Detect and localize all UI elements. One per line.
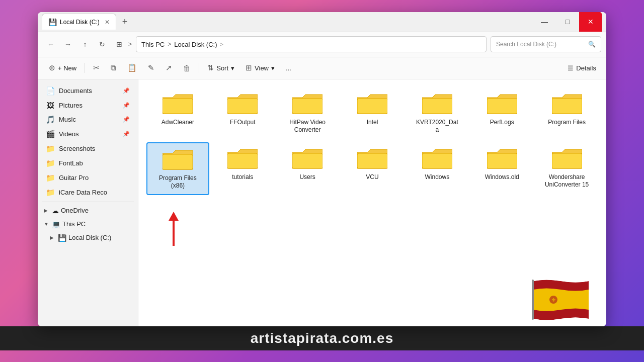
folder-kvrt[interactable]: KVRT2020_Data xyxy=(406,87,468,138)
copy-icon: ⧉ xyxy=(111,63,116,72)
sort-button[interactable]: ⇅ Sort ▾ xyxy=(202,60,239,76)
sidebar-item-icare[interactable]: 📁 iCare Data Reco xyxy=(40,186,136,200)
folder-label-intel: Intel xyxy=(367,119,378,127)
refresh-button[interactable]: ↻ xyxy=(94,36,110,52)
bottom-banner: artistapirata.com.es xyxy=(0,326,644,350)
documents-icon: 📄 xyxy=(46,86,55,96)
sort-chevron-icon: ▾ xyxy=(231,64,234,72)
more-button[interactable]: ... xyxy=(281,60,296,76)
sidebar-item-music[interactable]: 🎵 Music 📌 xyxy=(40,113,136,127)
folder-ffoutput[interactable]: FFOutput xyxy=(211,87,274,138)
folder-perflogs[interactable]: PerfLogs xyxy=(470,87,533,138)
folder-programfiles[interactable]: Program Files xyxy=(535,87,598,138)
more-icon: ... xyxy=(286,64,291,72)
folder-label-hitpaw: HitPaw Video Converter xyxy=(285,119,330,134)
folder-hitpaw[interactable]: HitPaw Video Converter xyxy=(276,87,339,138)
share-icon: ↗ xyxy=(166,63,172,72)
search-box[interactable]: Search Local Disk (C:) 🔍 xyxy=(491,36,601,52)
sidebar-item-guitarpro[interactable]: 📁 Guitar Pro xyxy=(40,171,136,185)
folder-icon-vcu xyxy=(357,146,387,171)
address-bar[interactable]: This PC > Local Disk (C:) > xyxy=(136,36,487,52)
close-button[interactable]: ✕ xyxy=(579,12,602,32)
videos-icon: 🎬 xyxy=(46,130,55,139)
folder-label-adwcleaner: AdwCleaner xyxy=(162,119,194,127)
up-button[interactable]: ↑ xyxy=(77,36,93,52)
breadcrumb-sep1: > xyxy=(128,41,132,48)
folder-adwcleaner[interactable]: AdwCleaner xyxy=(146,87,209,138)
forward-button[interactable]: → xyxy=(60,36,76,52)
addr-chevron: > xyxy=(220,41,223,47)
svg-rect-9 xyxy=(422,99,452,114)
addr-sep1: > xyxy=(168,41,171,48)
folder-label-vcu: VCU xyxy=(366,173,378,182)
sidebar-item-videos[interactable]: 🎬 Videos 📌 xyxy=(40,127,136,141)
share-button[interactable]: ↗ xyxy=(160,60,177,76)
sidebar-label-videos: Videos xyxy=(59,130,79,138)
folder-icon-adwcleaner xyxy=(163,92,193,117)
sidebar-label-pictures: Pictures xyxy=(59,102,83,109)
folder-icon-ffoutput xyxy=(227,92,258,117)
folder-label-perflogs: PerfLogs xyxy=(490,119,514,127)
folder-windows[interactable]: Windows xyxy=(406,142,468,195)
back-button[interactable]: ← xyxy=(43,36,59,52)
view-button[interactable]: ⊞ View ▾ xyxy=(240,60,280,76)
copy-button[interactable]: ⧉ xyxy=(106,60,121,76)
thispc-icon: 💻 xyxy=(52,220,60,228)
folder-intel[interactable]: Intel xyxy=(341,87,404,138)
cmd-sep2 xyxy=(199,63,199,73)
folder-label-kvrt: KVRT2020_Data xyxy=(415,119,460,134)
pin-icon-music: 📌 xyxy=(123,116,130,123)
sidebar-tree-onedrive[interactable]: ▶ ☁ OneDrive xyxy=(40,204,136,217)
folder-windowsold[interactable]: Windows.old xyxy=(470,142,533,195)
folder-programfilesx86[interactable]: Program Files (x86) xyxy=(146,142,209,195)
tab-icon: 💾 xyxy=(48,18,57,26)
commandbar: ⊕ + New ✂ ⧉ 📋 ✎ ↗ 🗑 ⇅ Sort ▾ ⊞ View xyxy=(38,57,606,79)
new-tab-button[interactable]: + xyxy=(119,16,131,28)
folder-icon-tutorials xyxy=(227,146,258,171)
sidebar-label-documents: Documents xyxy=(59,87,92,95)
delete-button[interactable]: 🗑 xyxy=(178,60,196,76)
folder-tutorials[interactable]: tutorials xyxy=(211,142,274,195)
sidebar-item-screenshots[interactable]: 📁 Screenshots xyxy=(40,142,136,156)
details-button[interactable]: ☰ Details xyxy=(564,62,600,74)
folder-wondershare[interactable]: Wondershare UniConverter 15 xyxy=(535,142,598,195)
tab-close-btn[interactable]: ✕ xyxy=(105,19,110,26)
svg-rect-11 xyxy=(487,99,517,114)
maximize-button[interactable]: □ xyxy=(556,12,579,32)
view-icon: ⊞ xyxy=(246,63,252,72)
svg-rect-7 xyxy=(357,99,387,114)
svg-rect-15 xyxy=(163,154,193,169)
tab-title: Local Disk (C:) xyxy=(60,19,100,26)
sidebar-item-pictures[interactable]: 🖼 Pictures 📌 xyxy=(40,99,136,112)
nav-toolbar: ← → ↑ ↻ ⊞ > This PC > Local Disk (C:) > … xyxy=(38,32,606,57)
folder-icon-intel xyxy=(357,92,387,117)
sidebar-label-thispc: This PC xyxy=(62,220,86,228)
sort-icon: ⇅ xyxy=(207,63,214,72)
breadcrumb-thispc[interactable]: This PC xyxy=(141,41,165,48)
sidebar-item-documents[interactable]: 📄 Documents 📌 xyxy=(40,84,136,98)
localdisk-arrow-icon: ▶ xyxy=(50,235,56,240)
sidebar-tree-thispc[interactable]: ▼ 💻 This PC xyxy=(40,218,136,231)
svg-rect-30 xyxy=(532,280,534,320)
folder-vcu[interactable]: VCU xyxy=(341,142,404,195)
cut-button[interactable]: ✂ xyxy=(88,60,105,76)
thispc-arrow-icon: ▼ xyxy=(44,221,50,227)
sidebar-item-fontlab[interactable]: 📁 FontLab xyxy=(40,156,136,170)
sidebar: 📄 Documents 📌 🖼 Pictures 📌 🎵 Music 📌 🎬 V… xyxy=(38,79,138,326)
new-button[interactable]: ⊕ + New xyxy=(44,60,82,76)
new-icon: ⊕ xyxy=(49,63,55,72)
folder-icon-windowsold xyxy=(487,146,517,171)
svg-rect-5 xyxy=(292,99,323,114)
folder-icon-users xyxy=(292,146,323,171)
breadcrumb-localdisk[interactable]: Local Disk (C:) xyxy=(174,41,217,48)
active-tab[interactable]: 💾 Local Disk (C:) ✕ xyxy=(42,14,116,30)
minimize-button[interactable]: — xyxy=(533,12,556,32)
sidebar-tree-localdisk[interactable]: ▶ 💾 Local Disk (C:) xyxy=(40,231,136,244)
sidebar-label-guitarpro: Guitar Pro xyxy=(59,174,89,182)
view-toggle-button[interactable]: ⊞ xyxy=(111,36,127,52)
folder-users[interactable]: Users xyxy=(276,142,339,195)
arrow-head xyxy=(169,212,179,221)
rename-button[interactable]: ✎ xyxy=(143,60,159,76)
svg-text:⚜: ⚜ xyxy=(551,297,556,303)
paste-button[interactable]: 📋 xyxy=(122,60,142,76)
